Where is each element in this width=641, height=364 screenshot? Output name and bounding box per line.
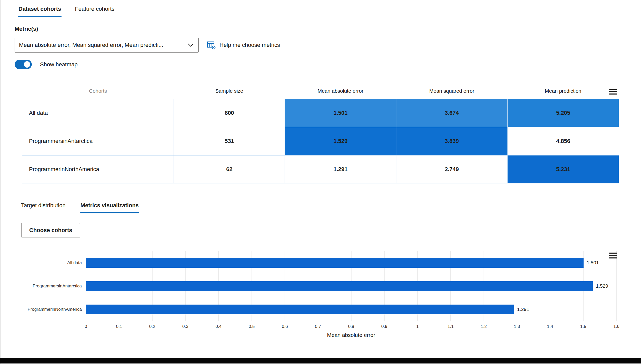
col-header-mean-absolute-error: Mean absolute error <box>318 88 364 94</box>
chart-menu-icon[interactable] <box>609 253 617 258</box>
cohort-metrics-heatmap-table: All data 800 1.501 3.674 5.205 Programme… <box>22 99 619 183</box>
bar-programmersinantarctica[interactable] <box>86 281 593 291</box>
metrics-dropdown[interactable]: Mean absolute error, Mean squared error,… <box>15 38 199 53</box>
x-tick-label: 0.4 <box>215 324 222 329</box>
x-tick-label: 0.6 <box>282 324 288 329</box>
x-tick-label: 0 <box>85 324 87 329</box>
col-header-cohorts: Cohorts <box>89 88 107 94</box>
tab-target-distribution-label: Target distribution <box>21 202 66 209</box>
x-tick-label: 0.3 <box>182 324 188 329</box>
help-me-choose-metrics-link[interactable]: Help me choose metrics <box>207 38 280 53</box>
y-category-label: ProgrammersinAntarctica <box>33 284 82 289</box>
cohort-name-cell: All data <box>22 99 174 127</box>
help-me-choose-metrics-label: Help me choose metrics <box>219 42 280 48</box>
metric-cell[interactable]: 4.856 <box>507 127 619 155</box>
metric-cell[interactable]: 3.674 <box>396 99 507 127</box>
metrics-help-icon <box>207 40 216 50</box>
x-axis-title: Mean absolute error <box>86 332 616 338</box>
table-menu-icon[interactable] <box>609 89 617 95</box>
gridline <box>616 251 617 321</box>
metric-cell[interactable]: 1.501 <box>285 99 396 127</box>
x-tick-label: 1.3 <box>514 324 520 329</box>
bar-value-label: 1.529 <box>596 283 608 289</box>
visualization-tab-bar: Target distribution Metrics visualizatio… <box>21 202 139 213</box>
metric-cell[interactable]: 5.205 <box>507 99 619 127</box>
metric-cell[interactable]: 2.749 <box>396 155 507 183</box>
x-tick-label: 1.2 <box>481 324 487 329</box>
tab-dataset-cohorts[interactable]: Dataset cohorts <box>18 5 62 17</box>
tab-metrics-visualizations[interactable]: Metrics visualizations <box>80 202 139 213</box>
y-category-label: All data <box>67 260 82 265</box>
show-heatmap-label: Show heatmap <box>40 61 78 68</box>
bar-all-data[interactable] <box>86 258 584 268</box>
x-tick-label: 1.6 <box>613 324 619 329</box>
y-category-label: ProgrammerinNorthAmerica <box>27 307 82 312</box>
tab-feature-cohorts-label: Feature cohorts <box>75 6 114 12</box>
x-tick-label: 1.4 <box>547 324 553 329</box>
x-tick-label: 1.5 <box>580 324 586 329</box>
chevron-down-icon <box>188 43 194 47</box>
metric-cell[interactable]: 1.291 <box>285 155 396 183</box>
toggle-knob <box>24 61 30 68</box>
sample-size-cell: 531 <box>174 127 285 155</box>
metric-cell[interactable]: 3.839 <box>396 127 507 155</box>
tab-target-distribution[interactable]: Target distribution <box>21 202 66 213</box>
cohort-name-cell: ProgrammerinNorthAmerica <box>22 155 174 183</box>
metrics-dropdown-value: Mean absolute error, Mean squared error,… <box>19 42 185 48</box>
col-header-sample-size: Sample size <box>215 88 243 94</box>
x-tick-label: 0.7 <box>315 324 321 329</box>
metric-cell[interactable]: 1.529 <box>285 127 396 155</box>
metrics-label: Metric(s) <box>15 26 38 32</box>
show-heatmap-toggle[interactable] <box>15 60 32 69</box>
x-tick-label: 1 <box>416 324 418 329</box>
bar-value-label: 1.291 <box>517 307 529 312</box>
sample-size-cell: 800 <box>174 99 285 127</box>
x-tick-label: 0.5 <box>249 324 255 329</box>
x-tick-label: 0.1 <box>116 324 122 329</box>
window-left-edge <box>0 0 1 364</box>
x-tick-label: 0.9 <box>381 324 387 329</box>
x-tick-label: 0.2 <box>149 324 155 329</box>
choose-cohorts-button[interactable]: Choose cohorts <box>21 223 80 237</box>
show-heatmap-row: Show heatmap <box>15 60 78 69</box>
bar-programmerinnorthamerica[interactable] <box>86 305 514 314</box>
bar-plot: 00.10.20.30.40.50.60.70.80.911.11.21.31.… <box>86 251 616 321</box>
table-header-row: Cohorts Sample size Mean absolute error … <box>0 88 641 95</box>
col-header-mean-prediction: Mean prediction <box>545 88 581 94</box>
tab-dataset-cohorts-label: Dataset cohorts <box>18 6 61 12</box>
metric-cell[interactable]: 5.231 <box>507 155 619 183</box>
tab-feature-cohorts[interactable]: Feature cohorts <box>74 5 115 17</box>
x-tick-label: 1.1 <box>448 324 454 329</box>
cohort-name-cell: ProgrammersinAntarctica <box>22 127 174 155</box>
tab-metrics-visualizations-label: Metrics visualizations <box>81 202 139 209</box>
bar-value-label: 1.501 <box>587 260 599 266</box>
x-tick-label: 0.8 <box>348 324 354 329</box>
col-header-mean-squared-error: Mean squared error <box>429 88 474 94</box>
cohort-tab-bar: Dataset cohorts Feature cohorts <box>18 5 115 17</box>
bottom-black-bar <box>0 358 641 363</box>
sample-size-cell: 62 <box>174 155 285 183</box>
